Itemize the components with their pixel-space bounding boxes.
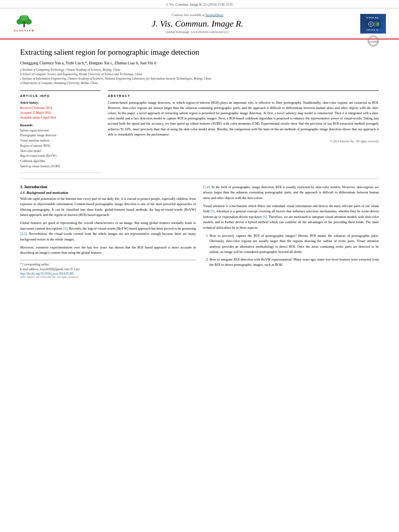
- authors-line: Chenggang Clarence Yan a, Yizhi Liu b,*,…: [20, 61, 379, 65]
- elsevier-logo: ELSEVIER: [12, 14, 36, 34]
- article-history: Article history: Received 5 February 201…: [20, 101, 101, 120]
- received-date: Received 5 February 2014: [20, 106, 101, 111]
- corresponding-author-note: * Corresponding author.: [20, 262, 196, 267]
- keyword-3: Visual attention analysis: [20, 138, 101, 144]
- article-history-label: Article history:: [20, 101, 101, 105]
- abstract-column: ABSTRACT Content-based pornographic imag…: [108, 90, 379, 173]
- ref-1[interactable]: [1]: [64, 226, 68, 230]
- article-info-abstract-section: ARTICLE INFO Article history: Received 5…: [20, 90, 379, 173]
- visual-badge-label: IMAGE R.: [366, 29, 379, 31]
- paper-title: Extracting salient region for pornograph…: [20, 47, 379, 58]
- crossmark-inner: CrossMark: [368, 35, 379, 47]
- difficulties-list: How to precisely capture the ROI of porn…: [210, 233, 379, 268]
- affiliation-d: d Department of Computer, Shandong Unive…: [20, 81, 379, 85]
- email-note: E-mail address: liuyizhi928@gmail.com (Y…: [20, 267, 196, 272]
- journal-title: J. Vis. Commun. Image R.: [36, 18, 359, 29]
- list-item-1: How to precisely capture the ROI of porn…: [210, 233, 379, 255]
- abstract-heading: ABSTRACT: [108, 94, 379, 98]
- visual-image-badge: VISUAL IMAGE R.: [360, 14, 386, 34]
- subsection-1-1-heading: 1.1. Background and motivation: [20, 191, 196, 195]
- abstract-text: Content-based pornographic image detecti…: [108, 100, 379, 137]
- elsevier-tree-icon: [16, 15, 33, 28]
- ref-2-3[interactable]: [2,3]: [20, 232, 27, 236]
- section-divider: [20, 179, 379, 179]
- svg-text:CrossMark: CrossMark: [368, 40, 378, 43]
- svg-rect-10: [376, 23, 379, 26]
- keyword-2: Pornographic image detection: [20, 133, 101, 138]
- accepted-date: Accepted 15 March 2014: [20, 111, 101, 115]
- article-info-box: ARTICLE INFO Article history: Received 5…: [20, 90, 101, 173]
- keyword-5: Skin-color model: [20, 149, 101, 154]
- journal-top-bar: J. Vis. Commun. Image R. 25 (2014) 1130–…: [0, 0, 399, 8]
- keywords-section: Keywords: Salient region detection Porno…: [20, 123, 101, 169]
- visual-badge-top: VISUAL: [366, 16, 379, 19]
- doi-link[interactable]: http://dx.doi.org/10.1016/j.jvcir.2014.0…: [20, 272, 196, 275]
- abstract-box: ABSTRACT Content-based pornographic imag…: [108, 90, 379, 143]
- body-para-1: With the rapid penetration of the Intern…: [20, 196, 196, 218]
- available-date: Available online 3 April 2014: [20, 115, 101, 120]
- body-para-3: Moreover, extensive experimentation over…: [20, 245, 196, 256]
- elsevier-label: ELSEVIER: [14, 29, 34, 32]
- keyword-7: Codebook algorithm: [20, 159, 101, 164]
- authors-text: Chenggang Clarence Yan a, Yizhi Liu b,*,…: [20, 61, 156, 65]
- journal-header-center: Contents lists available at ScienceDirec…: [36, 13, 359, 34]
- body-content: 1. Introduction 1.1. Background and moti…: [20, 185, 379, 279]
- ref-1-4[interactable]: [1,4]: [203, 185, 210, 189]
- footnote-area: * Corresponding author. E-mail address: …: [20, 260, 196, 279]
- journal-citation: J. Vis. Commun. Image R. 25 (2014) 1130–…: [166, 2, 232, 6]
- keyword-8: Speed up robust features (SURF): [20, 164, 101, 169]
- abstract-copyright: © 2014 Elsevier Inc. All rights reserved…: [108, 140, 379, 143]
- ref-6[interactable]: [6]: [263, 215, 267, 219]
- right-body-para-2: Visual attention is a mechanism which fi…: [203, 203, 379, 230]
- crossmark-badge: CrossMark: [368, 35, 379, 47]
- journal-header-left: ELSEVIER: [12, 14, 36, 34]
- body-para-2: Global features are good at representing…: [20, 220, 196, 242]
- paper-container: CrossMark Extracting salient region for …: [0, 39, 399, 287]
- affiliation-b: b School of Computer Science and Enginee…: [20, 72, 379, 76]
- journal-header-right: VISUAL IMAGE R.: [359, 12, 387, 35]
- visual-badge-image: [365, 20, 381, 28]
- keyword-4: Region-of-interest (ROI): [20, 144, 101, 149]
- section-1-heading: 1. Introduction: [20, 185, 196, 189]
- contents-line: Contents lists available at ScienceDirec…: [36, 13, 359, 17]
- issn-copyright: 1047-3203/© 2014 Elsevier Inc. All right…: [20, 275, 196, 279]
- journal-header: ELSEVIER Contents lists available at Sci…: [0, 8, 399, 39]
- affiliations: a Institute of Computing Technology, Chi…: [20, 68, 379, 86]
- list-item-2: How to integrate ROI detection with BoVW…: [210, 257, 379, 268]
- journal-homepage: journal homepage: www.elsevier.com/locat…: [36, 30, 359, 34]
- svg-point-7: [370, 23, 372, 25]
- affiliation-a: a Institute of Computing Technology, Chi…: [20, 68, 379, 72]
- ref-5[interactable]: [5]: [210, 209, 214, 213]
- article-info-heading: ARTICLE INFO: [20, 94, 101, 98]
- body-left-col: 1. Introduction 1.1. Background and moti…: [20, 185, 196, 279]
- crossmark-icon: CrossMark: [368, 36, 378, 46]
- article-info-column: ARTICLE INFO Article history: Received 5…: [20, 90, 101, 173]
- keywords-label: Keywords:: [20, 123, 101, 127]
- keyword-6: Bag-of-visual-words (BoVW): [20, 154, 101, 159]
- svg-rect-9: [374, 23, 376, 26]
- keyword-1: Salient region detection: [20, 128, 101, 134]
- affiliation-c: c Institute of Information Engineering, …: [20, 76, 379, 81]
- body-right-col: [1,4]. In the field of pornographic imag…: [203, 185, 379, 279]
- right-body-para-1: [1,4]. In the field of pornographic imag…: [203, 185, 379, 201]
- sciencedirect-link[interactable]: ScienceDirect: [206, 13, 224, 17]
